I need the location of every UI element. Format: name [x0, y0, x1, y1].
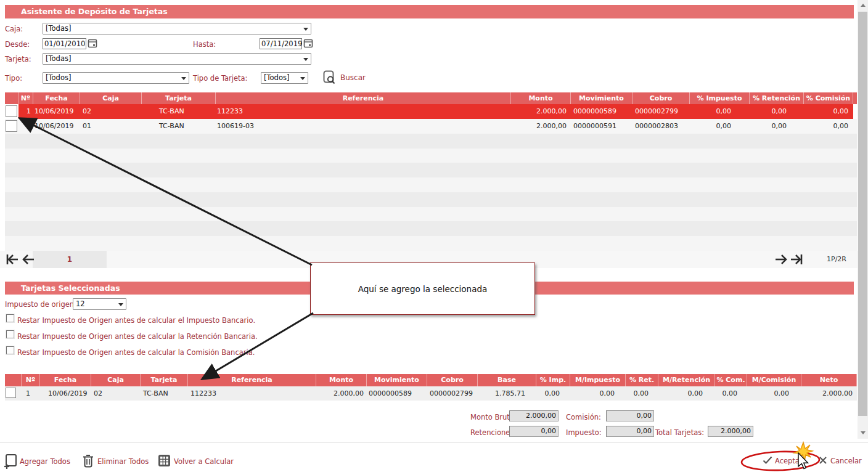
tarjeta-select[interactable]: [Todas]: [43, 53, 311, 65]
col-header: Monto: [316, 374, 367, 386]
chevron-down-icon: [303, 58, 308, 61]
restar-comision-checkbox[interactable]: [6, 346, 14, 354]
aceptar-label: Aceptar: [775, 457, 803, 465]
col-header: Caja: [91, 374, 141, 386]
cell-fecha: 10/06/2019: [33, 104, 80, 119]
table-row[interactable]: 1 10/06/2019 02 TC-BAN 112233 2.000,00 0…: [5, 386, 857, 401]
hasta-calendar-icon[interactable]: [303, 38, 314, 49]
desde-input[interactable]: 01/01/2010: [43, 38, 86, 49]
chevron-down-icon: [300, 77, 305, 80]
col-header: M/Comisión: [747, 374, 801, 386]
cell-num: 2: [18, 119, 33, 134]
desde-label: Desde:: [5, 40, 30, 49]
impuesto-origen-select[interactable]: 12: [73, 298, 126, 310]
cell-movimiento: 0000000589: [367, 386, 427, 401]
scroll-up-icon[interactable]: [858, 0, 868, 10]
restar-impuesto-label: Restar Impuesto de Origen antes de calcu…: [17, 316, 255, 325]
col-header: Monto: [511, 92, 571, 104]
row-checkbox[interactable]: [6, 105, 17, 117]
col-header: Movimiento: [571, 92, 633, 104]
cell-tarjeta: TC-BAN: [142, 119, 216, 134]
current-page-indicator: 1: [33, 251, 107, 268]
cell-pct-impuesto: 0,00: [690, 119, 750, 134]
tipo-select[interactable]: [Todos]: [43, 72, 189, 84]
restar-retencion-checkbox[interactable]: [6, 330, 14, 338]
col-header: Tarjeta: [142, 92, 216, 104]
col-header: Referencia: [188, 374, 316, 386]
cell-caja: 02: [80, 104, 142, 119]
volver-calcular-label: Volver a Calcular: [174, 457, 234, 466]
tipo-value: [Todos]: [46, 73, 71, 82]
hasta-input[interactable]: 07/11/2019: [260, 38, 302, 49]
tipo-tarjeta-label: Tipo de Tarjeta:: [193, 74, 248, 83]
impuesto-origen-value: 12: [76, 299, 85, 308]
cell-pct-comision: 0,00: [804, 104, 853, 119]
table-row[interactable]: 2 10/06/2019 01 TC-BAN 100619-03 2.000,0…: [5, 119, 857, 134]
tarjeta-label: Tarjeta:: [5, 55, 31, 63]
caja-select[interactable]: [Todas]: [43, 23, 311, 35]
cell-fecha: 10/06/2019: [40, 386, 91, 401]
cell-monto: 2.000,00: [511, 104, 571, 119]
trash-icon: [82, 454, 94, 468]
impuesto-label: Impuesto:: [566, 428, 602, 437]
caja-label: Caja:: [5, 25, 23, 33]
cell-referencia: 100619-03: [216, 119, 511, 134]
results-table-header: Nº Fecha Caja Tarjeta Referencia Monto M…: [5, 92, 857, 104]
cell-cobro: 0000002799: [427, 386, 478, 401]
impuesto-value: 0,00: [606, 426, 654, 437]
cell-cobro: 0000002799: [633, 104, 690, 119]
buscar-label: Buscar: [340, 73, 366, 82]
restar-impuesto-checkbox[interactable]: [6, 314, 14, 322]
table-row-selected[interactable]: 1 10/06/2019 02 TC-BAN 112233 2.000,00 0…: [5, 104, 857, 119]
window-title-bar: Asistente de Depósito de Tarjetas: [5, 5, 854, 18]
prev-page-icon[interactable]: [21, 252, 36, 267]
calculator-icon: [158, 454, 171, 467]
cell-pct-impuesto: 0,00: [690, 104, 750, 119]
col-header: % Com.: [715, 374, 747, 386]
cell-tarjeta: TC-BAN: [142, 104, 216, 119]
vertical-scrollbar[interactable]: [858, 0, 868, 439]
cell-pct-retencion: 0,00: [750, 119, 804, 134]
chevron-down-icon: [303, 28, 308, 31]
section-title: Tarjetas Seleccionadas: [21, 283, 120, 293]
cell-monto: 2.000,00: [511, 119, 571, 134]
toolbar-divider: [0, 442, 868, 442]
scrollbar-thumb[interactable]: [858, 12, 867, 416]
col-header: Nº: [18, 92, 33, 104]
cell-fecha: 10/06/2019: [33, 119, 80, 134]
cell-neto: 2.000,00: [801, 386, 857, 401]
results-table: Nº Fecha Caja Tarjeta Referencia Monto M…: [5, 92, 857, 134]
total-tarjetas-label: Total Tarjetas:: [655, 428, 704, 437]
col-header: Referencia: [216, 92, 511, 104]
col-header: % Comisión: [804, 92, 853, 104]
x-icon: [819, 456, 827, 465]
eliminar-todos-label: Eliminar Todos: [97, 457, 149, 466]
header-checkbox-col: [5, 92, 18, 104]
row-checkbox[interactable]: [6, 120, 17, 132]
col-header: Cobro: [427, 374, 478, 386]
last-page-icon[interactable]: [789, 252, 804, 267]
col-header: % Impuesto: [690, 92, 750, 104]
annotation-text: Aquí se agrego la seleccionada: [358, 284, 488, 294]
first-page-icon[interactable]: [5, 252, 20, 267]
agregar-todos-label: Agregar Todos: [20, 457, 70, 466]
col-header: Tarjeta: [141, 374, 188, 386]
empty-rows: [5, 134, 857, 251]
col-header: Base: [478, 374, 536, 386]
check-icon: [763, 456, 772, 465]
search-icon: [323, 70, 337, 85]
cell-referencia: 112233: [216, 104, 511, 119]
cell-tarjeta: TC-BAN: [141, 386, 188, 401]
row-checkbox[interactable]: [6, 388, 16, 398]
header-checkbox-col: [5, 374, 22, 386]
col-header: M/Retención: [658, 374, 715, 386]
cell-movimiento: 0000000589: [571, 104, 633, 119]
cell-caja: 01: [80, 119, 142, 134]
next-page-icon[interactable]: [774, 252, 788, 267]
selected-table-header: Nº Fecha Caja Tarjeta Referencia Monto M…: [5, 374, 857, 386]
scroll-down-icon[interactable]: [858, 428, 868, 437]
col-header: Fecha: [40, 374, 91, 386]
tipo-tarjeta-select[interactable]: [Todos]: [261, 72, 308, 84]
desde-calendar-icon[interactable]: [88, 38, 98, 49]
col-header: % Retención: [750, 92, 804, 104]
